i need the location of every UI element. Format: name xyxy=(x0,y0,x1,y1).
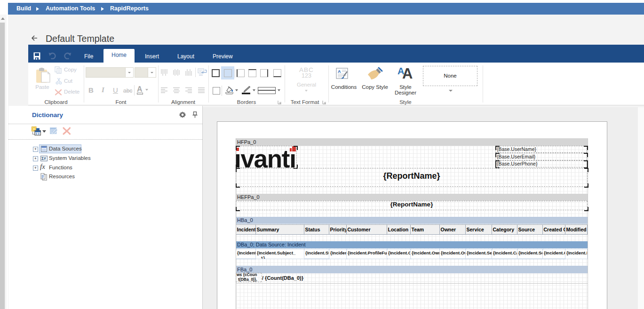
svg-text:A: A xyxy=(338,69,341,74)
svg-text:Σ#: Σ# xyxy=(41,156,46,161)
